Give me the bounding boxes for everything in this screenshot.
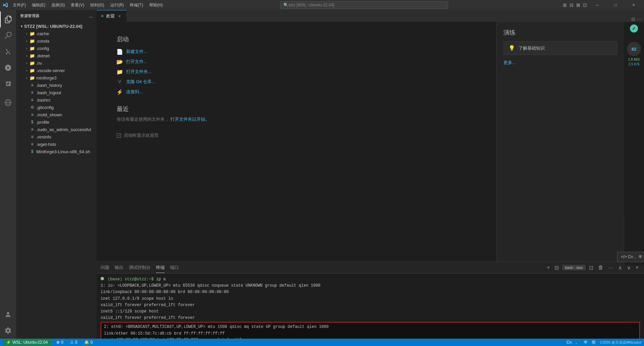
- terminal-tab-debug[interactable]: 调试控制台: [129, 263, 151, 273]
- close-button[interactable]: ×: [626, 0, 641, 10]
- terminal-content[interactable]: (base) stzz@stzz:~$ ip a 1: lo: <LOOPBAC…: [97, 274, 644, 339]
- new-terminal-icon[interactable]: +: [545, 264, 551, 271]
- terminal-line-6: inet6 ::1/128 scope host: [101, 308, 640, 315]
- tree-item-motd[interactable]: › ≡ .motd_shown: [16, 111, 97, 118]
- activity-search[interactable]: [0, 27, 16, 44]
- chevron-right-icon: ›: [24, 61, 30, 65]
- sidebar-content[interactable]: ▾ STZZ [WSL: UBUNTU-22.04] › 📁 .cache › …: [16, 22, 97, 339]
- tree-item-miniforge-sh[interactable]: › $ Miniforge3-Linux-x86_64.sh: [16, 148, 97, 155]
- action-open-file-label: 打开文件...: [126, 59, 147, 65]
- root-label: STZZ [WSL: UBUNTU-22.04]: [24, 24, 82, 29]
- tree-item-miniforge3[interactable]: › 📁 miniforge3: [16, 74, 97, 81]
- status-info[interactable]: 🔔 0: [83, 340, 94, 345]
- action-open-folder-label: 打开文件夹...: [126, 69, 152, 75]
- split-editor-icon[interactable]: ⊟: [631, 16, 635, 22]
- status-ime-half[interactable]: 半: [584, 340, 588, 345]
- terminal-tab-output[interactable]: 输出: [115, 263, 123, 273]
- layout-icon-4[interactable]: ⊡: [583, 2, 587, 8]
- tree-item-config[interactable]: › 📁 .config: [16, 45, 97, 52]
- terminal-line-3: link/loopback 00:00:00:00:00:00 brd 00:0…: [101, 289, 640, 295]
- sidebar-more-icon[interactable]: ...: [89, 14, 93, 18]
- layout-icon-1[interactable]: ⊞: [563, 2, 567, 8]
- layout-icon-3[interactable]: ⊠: [576, 2, 580, 8]
- terminal-tab-terminal[interactable]: 终端: [156, 263, 165, 273]
- menu-terminal[interactable]: 终端(T): [127, 2, 146, 9]
- tree-item-wget-hsts[interactable]: › ≡ .wget-hsts: [16, 140, 97, 148]
- activity-settings[interactable]: [0, 323, 16, 339]
- tree-item-bash-logout[interactable]: › ≡ .bash_logout: [16, 89, 97, 96]
- file-icon: ≡: [30, 112, 35, 117]
- tab-welcome[interactable]: ✕ 欢迎 ×: [97, 10, 126, 22]
- activity-extensions[interactable]: [0, 76, 16, 92]
- menu-goto[interactable]: 转到(G): [88, 2, 107, 9]
- net-widget: 1.8 M/S 2.5 K/S: [628, 57, 640, 67]
- minimize-button[interactable]: ─: [590, 0, 605, 10]
- action-new-file[interactable]: 📄 新建文件...: [117, 49, 476, 55]
- connect-icon: ⚡: [117, 89, 123, 95]
- delete-terminal-icon[interactable]: 🗑: [597, 264, 605, 271]
- menu-edit[interactable]: 编辑(E): [29, 2, 48, 9]
- file-icon: ⚙: [30, 105, 35, 110]
- tree-item-cache[interactable]: › 📁 .cache: [16, 30, 97, 37]
- menu-run[interactable]: 运行(R): [108, 2, 127, 9]
- terminal-tab-problems[interactable]: 问题: [101, 263, 109, 273]
- activity-remote[interactable]: [0, 95, 16, 111]
- file-icon: ≡: [30, 142, 35, 147]
- ime-widget[interactable]: </> Cn 。半 简: [617, 252, 644, 262]
- tree-item-gitconfig[interactable]: › ⚙ .gitconfig: [16, 104, 97, 111]
- status-ime-cn[interactable]: Cn: [567, 340, 572, 345]
- warning-icon: ⚠: [70, 340, 74, 345]
- tree-item-bashrc[interactable]: › ≡ .bashrc: [16, 96, 97, 104]
- tree-item-dotnet[interactable]: › 📁 .dotnet: [16, 52, 97, 59]
- activity-run-debug[interactable]: [0, 60, 16, 76]
- open-folder-link[interactable]: 打开文件夹以开始。: [170, 117, 210, 122]
- status-ime-simple[interactable]: 简: [592, 340, 596, 345]
- menu-file[interactable]: 文件(F): [10, 2, 29, 9]
- chevron-right-icon: ›: [24, 76, 30, 80]
- split-terminal-icon[interactable]: ⊟: [553, 264, 560, 272]
- tree-item-sudo[interactable]: › ≡ .sudo_as_admin_successful: [16, 126, 97, 133]
- status-ime-period[interactable]: 。: [576, 340, 580, 345]
- more-tabs-icon[interactable]: ⋯: [637, 16, 641, 22]
- terminal-layout-icon[interactable]: ⊡: [588, 264, 595, 272]
- tree-item-conda[interactable]: › 📁 .conda: [16, 37, 97, 45]
- status-check-icon[interactable]: ✓: [630, 24, 638, 33]
- tree-item-viminfo[interactable]: › ≡ .viminfo: [16, 133, 97, 140]
- activity-accounts[interactable]: [0, 306, 16, 323]
- tree-item-nv[interactable]: › 📁 .nv: [16, 59, 97, 67]
- tree-item-bash-history[interactable]: › ≡ .bash_history: [16, 81, 97, 89]
- terminal-tab-ports[interactable]: 端口: [170, 263, 179, 273]
- action-open-folder[interactable]: 📁 打开文件夹...: [117, 69, 476, 75]
- menu-select[interactable]: 选择(S): [49, 2, 67, 9]
- action-clone-git[interactable]: ⑂ 克隆 Git 仓库...: [117, 79, 476, 85]
- tree-item-profile[interactable]: › $ .profile: [16, 118, 97, 126]
- tab-actions: ⊟ ⋯: [629, 16, 644, 22]
- chevron-down-icon: ▾: [19, 24, 24, 28]
- status-errors[interactable]: ⊗ 0: [55, 340, 65, 345]
- net-up: 1.8 M/S: [628, 57, 640, 62]
- exercise-more-link[interactable]: 更多...: [503, 60, 617, 66]
- title-search-bar[interactable]: 🔍 stzz [WSL: Ubuntu-22.04]: [280, 1, 448, 9]
- status-wsl-item[interactable]: ⚡ WSL: Ubuntu-22.04: [3, 339, 51, 346]
- layout-icon-2[interactable]: ⊟: [570, 2, 574, 8]
- item-label: .bashrc: [36, 98, 51, 103]
- activity-source-control[interactable]: [0, 44, 16, 60]
- action-connect[interactable]: ⚡ 连接到...: [117, 89, 476, 95]
- tree-root-item[interactable]: ▾ STZZ [WSL: UBUNTU-22.04]: [16, 22, 97, 30]
- tab-close-icon[interactable]: ×: [117, 13, 122, 19]
- menu-help[interactable]: 帮助(H): [147, 2, 166, 9]
- action-open-file[interactable]: 📂 打开文件...: [117, 59, 476, 65]
- show-welcome-checkbox[interactable]: ✓: [117, 133, 121, 138]
- exercise-item-basics[interactable]: 💡 了解基础知识: [503, 41, 617, 55]
- tab-label: 欢迎: [106, 13, 115, 19]
- menu-view[interactable]: 查看(V): [68, 2, 87, 9]
- terminal-more-icon[interactable]: ⋯: [607, 264, 615, 272]
- activity-explorer[interactable]: [0, 11, 16, 27]
- sidebar-header: 资源管理器 ...: [16, 10, 97, 22]
- action-new-file-label: 新建文件...: [126, 49, 147, 55]
- maximize-button[interactable]: □: [608, 0, 623, 10]
- warning-count: 0: [75, 340, 77, 345]
- status-warnings[interactable]: ⚠ 0: [69, 340, 79, 345]
- tree-item-vscode-server[interactable]: › 📁 .vscode-server: [16, 67, 97, 74]
- terminal-collapse-icon[interactable]: ∧: [617, 264, 624, 272]
